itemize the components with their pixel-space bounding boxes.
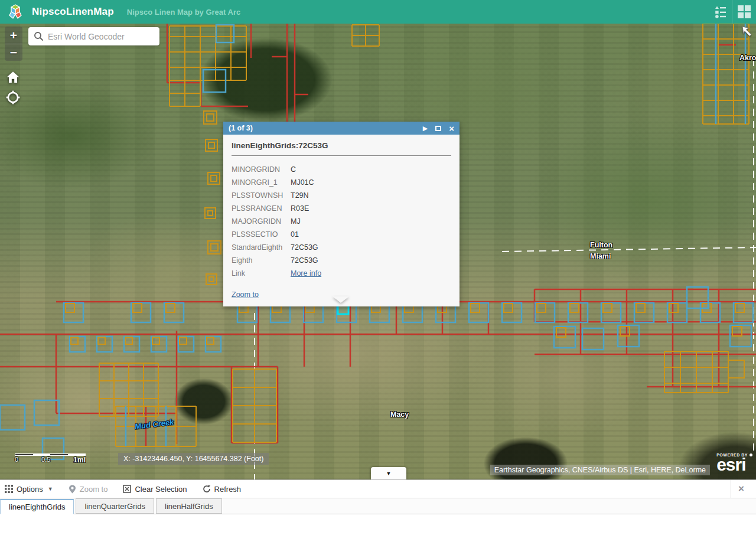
attribute-table-content[interactable]: [0, 514, 756, 545]
tab-linen-half-grids[interactable]: linenHalfGrids: [156, 498, 222, 514]
app-subtitle: Nipsco Linen Map by Great Arc: [127, 8, 240, 17]
app-logo-icon: [7, 4, 24, 20]
tab-linen-quarter-grids[interactable]: linenQuarterGrids: [76, 498, 154, 514]
field-label: Eighth: [232, 256, 291, 265]
more-info-link[interactable]: More info: [291, 269, 321, 278]
chevron-down-icon: ▼: [386, 471, 392, 477]
app-title: NipscoLinenMap: [32, 6, 114, 18]
options-button[interactable]: Options ▼: [5, 485, 53, 494]
scalebar-zero: 0: [15, 456, 18, 464]
home-button[interactable]: [5, 70, 21, 85]
place-label-akron: Akron: [739, 54, 756, 62]
clear-selection-button[interactable]: Clear Selection: [123, 485, 187, 494]
popup-feature-title: linenEighthGrids:72C53G: [232, 141, 451, 156]
panel-toggle-arrow-icon[interactable]: [741, 25, 754, 38]
search-input[interactable]: [48, 32, 148, 41]
app-header: NipscoLinenMap Nipsco Linen Map by Great…: [0, 0, 756, 24]
layers-widget-button[interactable]: [732, 0, 756, 24]
field-value: C: [291, 165, 296, 174]
field-value: R03E: [291, 204, 309, 213]
layers-grid-icon: [737, 5, 751, 19]
coordinate-readout: X: -31423446.450, Y: 16455674.382 (Foot): [118, 453, 269, 465]
field-label: PLSSSECTIO: [232, 230, 291, 239]
clear-selection-icon: [123, 485, 131, 493]
field-value: 72C53G: [291, 243, 318, 252]
options-caret-icon: ▼: [48, 486, 53, 492]
field-label: MINORGRIDN: [232, 165, 291, 174]
locate-button[interactable]: [5, 90, 21, 105]
field-value: 72C53G: [291, 256, 318, 265]
refresh-icon: [203, 485, 211, 493]
popup-maximize-icon[interactable]: [435, 126, 441, 131]
popup-next-icon[interactable]: ▶: [423, 125, 428, 132]
zoom-in-button[interactable]: +: [5, 27, 22, 44]
popup-header: (1 of 3) ▶ ×: [223, 122, 460, 135]
popup-body: linenEighthGrids:72C53G MINORGRIDNC MINO…: [223, 135, 460, 306]
map-canvas[interactable]: Akron Fulton Miami Macy Mud Creek + −: [0, 24, 756, 479]
field-label: PLSSTOWNSH: [232, 191, 291, 200]
field-label: Link: [232, 269, 291, 278]
county-label-miami: Miami: [590, 252, 611, 260]
field-value: MJ: [291, 217, 301, 226]
field-value: MJ01C: [291, 178, 314, 187]
field-label: MINORGRI_1: [232, 178, 291, 187]
field-value: 01: [291, 230, 299, 239]
place-label-macy: Macy: [390, 410, 409, 419]
scalebar-half: 0.5: [41, 456, 50, 464]
popup-attribute-table: MINORGRIDNC MINORGRI_1MJ01C PLSSTOWNSHT2…: [232, 163, 451, 280]
scalebar-mile: 1mi: [73, 456, 86, 464]
popup-pager: (1 of 3): [229, 124, 253, 132]
scalebar: 0 0.5 1mi: [15, 453, 86, 464]
zoom-control: + −: [5, 27, 22, 61]
popup-pointer: [333, 296, 349, 303]
options-grid-icon: [5, 485, 13, 493]
zoom-out-button[interactable]: −: [5, 44, 22, 61]
map-pin-icon: [69, 485, 76, 494]
field-value: T29N: [291, 191, 309, 200]
refresh-button[interactable]: Refresh: [203, 485, 242, 494]
county-label-fulton: Fulton: [590, 241, 612, 249]
popup-close-icon[interactable]: ×: [449, 124, 454, 133]
app-window: NipscoLinenMap Nipsco Linen Map by Great…: [0, 0, 756, 545]
attribute-table-panel: Options ▼ Zoom to Clear Selection: [0, 479, 756, 545]
search-icon: [34, 31, 44, 41]
esri-logo: POWERED BY esri: [716, 453, 752, 472]
tab-linen-eighth-grids[interactable]: linenEighthGrids: [0, 499, 74, 514]
field-label: PLSSRANGEN: [232, 204, 291, 213]
geocoder-search: [28, 27, 159, 45]
attribute-table-collapse-handle[interactable]: ▼: [371, 467, 406, 479]
feature-popup: (1 of 3) ▶ × linenEighthGrids:72C53G MIN…: [223, 122, 460, 306]
attribute-table-toolbar: Options ▼ Zoom to Clear Selection: [0, 480, 756, 498]
esri-wordmark: esri: [716, 457, 752, 472]
zoom-to-button[interactable]: Zoom to: [69, 485, 108, 494]
field-label: StandardEighth: [232, 243, 291, 252]
popup-zoom-to-link[interactable]: Zoom to: [232, 291, 259, 299]
legend-widget-button[interactable]: [708, 0, 732, 24]
map-attribution: Earthstar Geographics, CNES/Airbus DS | …: [490, 465, 710, 475]
panel-close-icon[interactable]: ×: [731, 480, 751, 498]
field-label: MAJORGRIDN: [232, 217, 291, 226]
legend-icon: [713, 5, 726, 18]
layer-tabs: linenEighthGrids linenQuarterGrids linen…: [0, 498, 756, 514]
